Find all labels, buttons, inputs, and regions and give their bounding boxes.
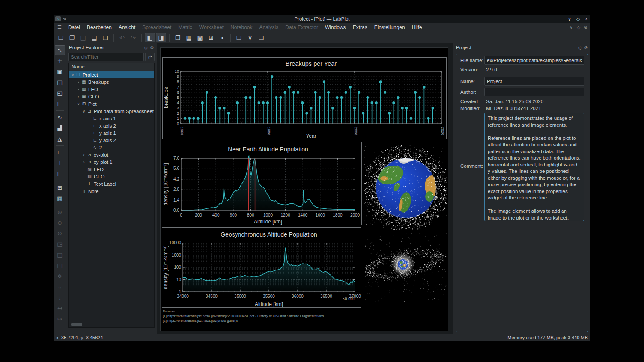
tree-item-leo[interactable]: ›▦LEO	[69, 86, 154, 93]
add-xy-curve-icon[interactable]: ∿	[55, 113, 65, 122]
zoom-y-select-icon[interactable]: ◰	[55, 88, 65, 98]
add-plot-area-icon[interactable]: ⊞	[55, 183, 65, 193]
print-icon[interactable]: ▤	[89, 33, 99, 42]
add-image-icon[interactable]: ▨	[55, 193, 65, 203]
new-spreadsheet-icon[interactable]: ▦	[184, 33, 194, 42]
worksheet-view[interactable]: 1960198020002020012345678910Breakups per…	[160, 47, 448, 331]
project-name-input[interactable]	[484, 77, 584, 86]
tree-item-plot-data-from-spreadsheet[interactable]: ∨⊿Plot data from Spreadsheet	[69, 107, 154, 115]
close-dock-icon[interactable]: ⊗	[150, 45, 154, 50]
zoom-out-icon: ⊖	[55, 218, 65, 228]
labplot-app-icon: ∿	[55, 16, 61, 21]
float-dock-icon[interactable]: ◇	[144, 45, 148, 50]
author-input[interactable]	[484, 88, 584, 96]
tree-item-x-axis-1[interactable]: ∟x axis 1	[69, 115, 154, 122]
svg-text:10: 10	[175, 69, 179, 74]
expander-open-icon[interactable]: ∨	[76, 102, 81, 106]
close-dock-icon[interactable]: ⊗	[584, 45, 588, 50]
tree-item-x-axis-2[interactable]: ∟x axis 2	[69, 122, 154, 129]
notebook-dropdown-icon[interactable]: ∨	[245, 33, 255, 42]
menu-windows[interactable]: Windows	[322, 23, 349, 32]
toggle-project-explorer-icon[interactable]: ◧	[145, 33, 155, 42]
plot-geosynchronous-altitude[interactable]: 3400034500350003550036000365003700011010…	[162, 227, 361, 308]
menu-bearbeiten[interactable]: Bearbeiten	[83, 23, 115, 32]
plot-breakups-per-year[interactable]: 1960198020002020012345678910Breakups per…	[162, 57, 447, 139]
comment-textarea[interactable]: This project demonstrates the usage of r…	[484, 113, 584, 221]
toggle-properties-explorer-icon[interactable]: ◨	[156, 33, 166, 42]
tree-item-note[interactable]: ▯Note	[69, 187, 154, 195]
tree-item-project[interactable]: ∨❒Project	[69, 71, 154, 78]
horizontal-scrollbar[interactable]	[71, 323, 82, 326]
new-notebook-icon[interactable]: ❏	[234, 33, 244, 42]
tree-item-breakups[interactable]: ›▦Breakups	[69, 78, 154, 86]
maximize-icon[interactable]: ◇	[576, 16, 580, 22]
select-and-zoom-icon[interactable]: ▣	[55, 67, 65, 77]
svg-text:36000: 36000	[292, 294, 304, 299]
mdi-minimize-icon[interactable]: ∨	[568, 25, 574, 30]
mdi-close-icon[interactable]: ⊗	[583, 25, 589, 30]
expander-closed-icon[interactable]: ›	[76, 95, 81, 99]
add-axis-left-icon[interactable]: ⊢	[55, 169, 65, 179]
svg-text:8: 8	[177, 80, 179, 84]
tree-item-plot[interactable]: ∨⊞Plot	[69, 100, 154, 107]
image-icon: ▨	[86, 174, 92, 179]
menu-ansicht[interactable]: Ansicht	[115, 23, 139, 32]
add-axis-bottom-icon[interactable]: ⊥	[55, 158, 65, 168]
filter-options-icon[interactable]: ⇄	[145, 53, 155, 61]
expander-open-icon[interactable]: ∨	[70, 73, 75, 77]
menu-extras[interactable]: Extras	[349, 23, 371, 32]
add-axis-icon[interactable]: ∟	[55, 148, 65, 157]
print-preview-icon[interactable]: ❑	[100, 33, 110, 42]
expander-closed-icon[interactable]: ›	[76, 87, 81, 92]
svg-text:0.0: 0.0	[173, 208, 179, 213]
new-project-icon[interactable]: ❏	[56, 33, 66, 42]
new-folder-icon[interactable]: ❒	[173, 33, 183, 42]
open-project-icon[interactable]: ❐	[67, 33, 77, 42]
add-histogram-icon[interactable]: ▟	[55, 123, 65, 133]
menu-einstellungen[interactable]: Einstellungen	[371, 23, 408, 32]
menu-hilfe[interactable]: Hilfe	[408, 23, 426, 32]
geo-debris-image[interactable]	[365, 233, 447, 302]
new-datapicker-icon[interactable]: ◗	[217, 33, 227, 42]
search-input[interactable]	[68, 53, 144, 61]
tree-item-geo[interactable]: ›▦GEO	[69, 93, 154, 100]
select-and-edit-icon[interactable]: ↖	[55, 45, 65, 55]
tree-item-2[interactable]: ∿2	[69, 144, 154, 151]
zoom-x-select-icon[interactable]: ◱	[55, 77, 65, 87]
expander-open-icon[interactable]: ∨	[81, 109, 86, 113]
tree-item-label: x axis 1	[99, 116, 116, 121]
tree-item-text-label[interactable]: TText Label	[69, 180, 154, 187]
tree-item-y-axis-1[interactable]: ∟y axis 1	[69, 129, 154, 136]
comment-label: Comment:	[460, 163, 484, 169]
new-matrix-icon[interactable]: ▩	[195, 33, 205, 42]
tree-item-y-axis-2[interactable]: ∟y axis 2	[69, 136, 154, 144]
tree-item-leo[interactable]: ▨LEO	[69, 166, 154, 173]
menu-datei[interactable]: Datei	[65, 23, 83, 32]
svg-text:1200: 1200	[280, 213, 290, 217]
file-name-input[interactable]	[484, 56, 584, 65]
tree-item-geo[interactable]: ▨GEO	[69, 173, 154, 180]
import-file-icon[interactable]: ❏	[256, 33, 266, 42]
pin-icon[interactable]: ✎	[63, 17, 66, 21]
expander-closed-icon[interactable]: ›	[81, 153, 86, 157]
cursor-icon[interactable]: ⊢	[55, 99, 65, 109]
hamburger-icon[interactable]: ☰	[54, 24, 65, 30]
new-worksheet-icon[interactable]: ⊞	[206, 33, 216, 42]
float-dock-icon[interactable]: ◇	[578, 45, 582, 50]
svg-text:1000: 1000	[263, 213, 273, 217]
add-fourier-filter-icon[interactable]: ◮	[55, 134, 65, 144]
svg-text:6: 6	[177, 90, 179, 95]
mdi-restore-icon[interactable]: ◇	[575, 25, 581, 30]
sources-text-label[interactable]: Sources: [1] https://orbitaldebris.jsc.n…	[163, 309, 324, 323]
plot-near-earth-altitude[interactable]: 02004006008001000120014001600180020000.0…	[162, 142, 362, 225]
expander-closed-icon[interactable]: ›	[81, 160, 86, 164]
minimize-icon[interactable]: ∨	[568, 16, 571, 22]
close-icon[interactable]: ×	[585, 16, 588, 21]
expander-closed-icon[interactable]: ›	[76, 80, 81, 84]
tree-item-xy-plot[interactable]: ›⊿xy-plot	[69, 151, 154, 158]
navigate-icon[interactable]: ✛	[55, 56, 65, 66]
status-bar: x=35.7291, y=3.45624 Memory used 177 MB,…	[54, 334, 590, 341]
spreadsheet-icon: ▦	[81, 80, 87, 84]
leo-debris-image[interactable]	[364, 144, 447, 230]
tree-item-xy-plot-1[interactable]: ›⊿xy-plot 1	[69, 158, 154, 166]
